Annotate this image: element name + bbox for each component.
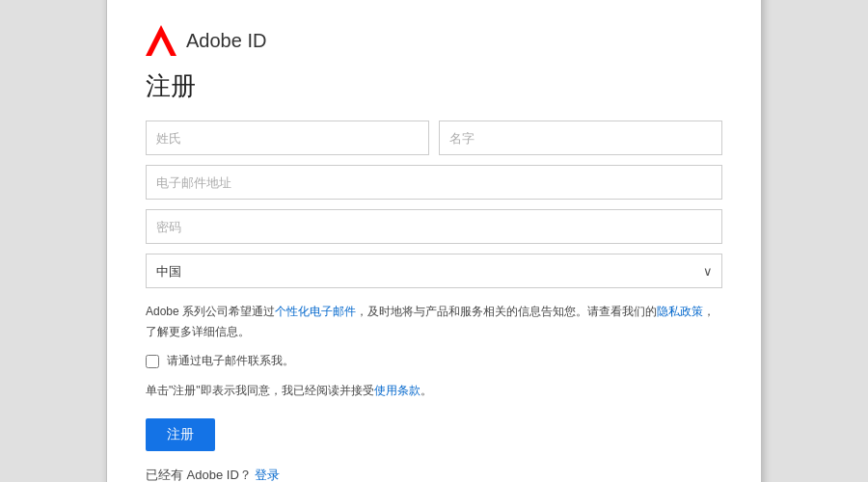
info-part2: ，及时地将与产品和服务相关的信息告知您。请查看我们的 [356,305,657,318]
terms-of-use-link[interactable]: 使用条款 [374,384,420,397]
privacy-policy-link[interactable]: 隐私政策 [657,305,703,318]
email-row [146,165,722,200]
country-select[interactable]: 中国 美国 日本 韩国 其他 [146,254,722,288]
login-link[interactable]: 登录 [255,468,280,482]
page-title: 注册 [146,69,722,103]
info-part1: Adobe 系列公司希望通过 [146,305,275,318]
name-row [146,120,722,155]
personalized-email-link[interactable]: 个性化电子邮件 [275,305,356,318]
password-input[interactable] [146,209,722,244]
already-have-id-text: 已经有 Adobe ID？ [146,468,252,482]
email-contact-label: 请通过电子邮件联系我。 [167,353,294,369]
register-button[interactable]: 注册 [146,418,215,451]
email-input[interactable] [146,165,722,200]
adobe-logo-icon [146,25,176,56]
firstname-input[interactable] [439,120,722,155]
form-content: Adobe ID 注册 中国 美国 日本 韩国 其他 ∨ [107,0,761,482]
email-contact-checkbox[interactable] [146,355,159,368]
adobe-header: Adobe ID [146,25,722,56]
password-row [146,209,722,244]
country-select-wrapper: 中国 美国 日本 韩国 其他 ∨ [146,254,722,288]
adobe-id-label: Adobe ID [186,30,266,52]
terms-part2: 。 [420,384,432,397]
terms-part1: 单击"注册"即表示我同意，我已经阅读并接受 [146,384,374,397]
svg-marker-3 [146,25,176,56]
email-contact-row: 请通过电子邮件联系我。 [146,353,722,369]
info-text: Adobe 系列公司希望通过个性化电子邮件，及时地将与产品和服务相关的信息告知您… [146,302,722,341]
login-row: 已经有 Adobe ID？ 登录 [146,467,722,482]
lastname-input[interactable] [146,120,429,155]
register-button-wrapper: 注册 [146,418,722,467]
terms-text: 单击"注册"即表示我同意，我已经阅读并接受使用条款。 [146,381,722,400]
main-window: Adobe Premiere Pro CS6 Family − □ ✕ Adob… [106,0,762,482]
